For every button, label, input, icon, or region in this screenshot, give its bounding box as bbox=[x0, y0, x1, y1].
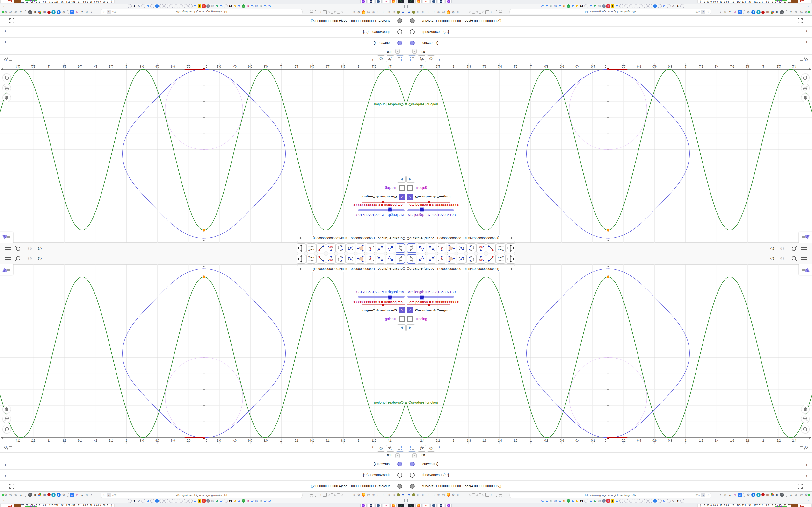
slider-tool[interactable]: a = 2 bbox=[306, 254, 316, 264]
icon[interactable] bbox=[155, 499, 159, 503]
icon[interactable] bbox=[67, 493, 69, 497]
icon[interactable]: ⊕ bbox=[387, 493, 391, 497]
taskbar-disk-icon[interactable]: 64 bbox=[438, 0, 444, 3]
chevron-up-icon[interactable]: ∧ bbox=[808, 5, 810, 8]
icon[interactable]: ▦ bbox=[42, 10, 46, 14]
row-kebab-icon[interactable]: ⋮ bbox=[3, 30, 7, 34]
icon[interactable] bbox=[334, 494, 336, 496]
icon[interactable] bbox=[743, 10, 745, 14]
icon[interactable]: G bbox=[541, 4, 544, 8]
icon[interactable]: G bbox=[193, 499, 197, 503]
settings-gear-button[interactable]: ⚙ bbox=[427, 445, 435, 452]
icon[interactable]: ⊕ bbox=[352, 10, 356, 14]
icon[interactable]: ☆ bbox=[706, 493, 710, 497]
icon[interactable]: ✓ bbox=[242, 499, 245, 503]
graphics-settings-button[interactable] bbox=[0, 232, 13, 243]
icon[interactable]: ↓ bbox=[51, 10, 56, 14]
icon[interactable]: G bbox=[263, 499, 267, 503]
icon[interactable] bbox=[499, 495, 502, 497]
undo-button[interactable]: ↺ bbox=[770, 245, 775, 251]
icon[interactable]: ← bbox=[318, 493, 322, 497]
tracing-checkbox[interactable] bbox=[407, 316, 413, 322]
icon[interactable]: G bbox=[662, 499, 666, 503]
taskbar-settings-icon[interactable]: ⚙ bbox=[423, 504, 429, 507]
point-tool[interactable]: A bbox=[417, 243, 426, 253]
search-icon[interactable] bbox=[791, 243, 798, 252]
icon[interactable]: ⊕ bbox=[437, 493, 441, 497]
icon[interactable]: G bbox=[589, 499, 593, 503]
icon[interactable]: G bbox=[219, 499, 223, 503]
icon[interactable] bbox=[314, 493, 317, 497]
icon[interactable]: ↻ bbox=[723, 493, 727, 497]
icon[interactable] bbox=[469, 494, 471, 496]
row-kebab-icon[interactable]: ⋮ bbox=[3, 41, 7, 45]
icon[interactable] bbox=[169, 4, 173, 8]
icon[interactable]: ⚙ bbox=[672, 4, 675, 8]
icon[interactable]: ⊕ bbox=[19, 493, 23, 497]
icon[interactable]: ✎ bbox=[733, 493, 737, 497]
taskbar-robot-icon[interactable]: oo bbox=[445, 0, 452, 3]
icon[interactable]: ⚙ bbox=[4, 493, 8, 497]
url-bar[interactable]: https://www.geogebra.org/classic/aagcxh3… bbox=[509, 493, 711, 498]
icon[interactable] bbox=[483, 11, 484, 13]
icon[interactable]: A bbox=[70, 10, 74, 14]
chevron-up-icon[interactable]: ∧ bbox=[2, 499, 4, 502]
visibility-toggle[interactable] bbox=[397, 473, 402, 477]
home-button[interactable] bbox=[801, 405, 809, 413]
icon[interactable]: G bbox=[571, 499, 575, 503]
row-kebab-icon[interactable]: ⋮ bbox=[805, 462, 809, 466]
icon[interactable]: A bbox=[107, 493, 111, 497]
icon[interactable]: ⚙ bbox=[357, 10, 361, 14]
slider-tool[interactable]: a = 2 bbox=[496, 254, 506, 264]
fullscreen-icon[interactable] bbox=[797, 483, 803, 490]
icon[interactable]: ↓ bbox=[728, 10, 732, 14]
icon[interactable]: ⚙ bbox=[4, 10, 8, 14]
taskbar-terminal-icon[interactable]: >_ bbox=[408, 504, 414, 507]
line-tool[interactable] bbox=[427, 243, 436, 253]
icon[interactable]: uo bbox=[780, 10, 784, 14]
zoom-in-button[interactable] bbox=[801, 415, 809, 423]
icon[interactable]: ∩ bbox=[376, 10, 380, 14]
ellipse-tool[interactable] bbox=[466, 243, 476, 253]
menu-icon[interactable] bbox=[5, 256, 11, 263]
tracing-checkbox[interactable] bbox=[399, 185, 405, 191]
icon[interactable]: ⊕ bbox=[392, 493, 396, 497]
arc-position-slider-thumb[interactable] bbox=[428, 304, 430, 306]
collapse-icon[interactable]: − bbox=[395, 453, 400, 458]
search-icon[interactable] bbox=[14, 255, 21, 264]
polygon-tool[interactable] bbox=[356, 254, 365, 264]
icon[interactable]: ◍ bbox=[259, 4, 263, 8]
icon[interactable]: f bbox=[676, 499, 679, 503]
icon[interactable] bbox=[397, 493, 400, 496]
redo-button[interactable]: ↻ bbox=[779, 245, 784, 251]
algebra-input-icon[interactable] bbox=[3, 445, 12, 452]
icon[interactable]: G bbox=[575, 499, 579, 503]
icon[interactable] bbox=[479, 11, 481, 13]
icon[interactable]: G bbox=[593, 4, 597, 8]
icon[interactable]: G bbox=[237, 499, 241, 503]
icon[interactable]: uo bbox=[28, 10, 32, 14]
perpendicular-line-tool[interactable] bbox=[437, 254, 446, 264]
redo-button[interactable]: ↻ bbox=[779, 256, 784, 262]
graphics-view[interactable]: -2.4-2.2-2-1.8-1.6-1.4-1.2-1-0.8-0.6-0.4… bbox=[406, 63, 812, 243]
icon[interactable]: ▦ bbox=[766, 10, 770, 14]
icon[interactable]: Я bbox=[606, 4, 610, 8]
icon[interactable] bbox=[141, 499, 145, 503]
icon[interactable]: f bbox=[133, 499, 136, 503]
icon[interactable]: ◍ bbox=[255, 4, 258, 8]
play-pause-button[interactable] bbox=[397, 176, 406, 182]
visibility-toggle[interactable] bbox=[397, 41, 402, 45]
angle-tool[interactable]: α bbox=[326, 243, 336, 253]
point-tool[interactable]: A bbox=[386, 254, 395, 264]
zoom-out-button[interactable] bbox=[801, 74, 809, 82]
icon[interactable]: Я bbox=[562, 4, 566, 8]
icon[interactable] bbox=[189, 4, 193, 8]
icon[interactable]: i bbox=[206, 4, 210, 8]
icon[interactable]: G bbox=[263, 4, 267, 8]
icon[interactable]: ↓ bbox=[80, 10, 84, 14]
icon[interactable]: A bbox=[701, 10, 705, 14]
icon[interactable]: ⊕ bbox=[456, 10, 460, 14]
icon[interactable] bbox=[680, 499, 684, 503]
icon[interactable] bbox=[38, 493, 41, 496]
icon[interactable]: ◍ bbox=[259, 499, 263, 503]
